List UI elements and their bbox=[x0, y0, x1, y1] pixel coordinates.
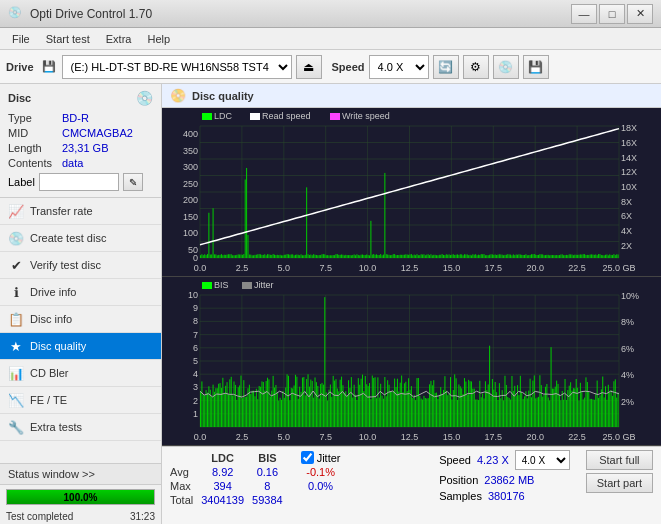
menu-file[interactable]: File bbox=[4, 31, 38, 47]
disc-quality-icon: ★ bbox=[8, 338, 24, 354]
nav-extra-tests-label: Extra tests bbox=[30, 421, 82, 433]
nav-disc-info-label: Disc info bbox=[30, 313, 72, 325]
disc-info-section: Disc 💿 Type BD-R MID CMCMAGBA2 Length 23… bbox=[0, 84, 161, 198]
max-row-label: Max bbox=[170, 479, 201, 493]
jitter-check-row: Jitter bbox=[301, 451, 341, 464]
top-chart-wrapper bbox=[162, 108, 661, 277]
nav-drive-info[interactable]: ℹ Drive info bbox=[0, 279, 161, 306]
menu-extra[interactable]: Extra bbox=[98, 31, 140, 47]
speed-label-stats: Speed bbox=[439, 454, 471, 466]
menu-help[interactable]: Help bbox=[139, 31, 178, 47]
nav-transfer-rate[interactable]: 📈 Transfer rate bbox=[0, 198, 161, 225]
speed-select-stats[interactable]: 4.0 X bbox=[515, 450, 570, 470]
avg-jitter: -0.1% bbox=[291, 465, 349, 479]
close-button[interactable]: ✕ bbox=[627, 4, 653, 24]
disc-contents-label: Contents bbox=[8, 157, 62, 169]
total-jitter bbox=[291, 493, 349, 507]
fe-te-icon: 📉 bbox=[8, 392, 24, 408]
top-chart bbox=[162, 108, 661, 276]
disc-mid-row: MID CMCMAGBA2 bbox=[8, 127, 153, 139]
avg-ldc: 8.92 bbox=[201, 465, 252, 479]
position-label: Position bbox=[439, 474, 478, 486]
disc-length-row: Length 23,31 GB bbox=[8, 142, 153, 154]
nav-disc-info[interactable]: 📋 Disc info bbox=[0, 306, 161, 333]
eject-button[interactable]: ⏏ bbox=[296, 55, 322, 79]
disc-label-text: Label bbox=[8, 176, 35, 188]
drive-icon: 💾 bbox=[42, 60, 56, 73]
bottom-chart-wrapper bbox=[162, 277, 661, 446]
disc-quality-title: Disc quality bbox=[192, 90, 254, 102]
nav-extra-tests[interactable]: 🔧 Extra tests bbox=[0, 414, 161, 441]
minimize-button[interactable]: — bbox=[571, 4, 597, 24]
nav-verify-test-disc[interactable]: ✔ Verify test disc bbox=[0, 252, 161, 279]
disc-type-label: Type bbox=[8, 112, 62, 124]
disc-length-label: Length bbox=[8, 142, 62, 154]
total-row-label: Total bbox=[170, 493, 201, 507]
create-test-disc-icon: 💿 bbox=[8, 230, 24, 246]
speed-value-stats: 4.23 X bbox=[477, 454, 509, 466]
status-completed-text: Test completed bbox=[6, 511, 73, 522]
disc-type-value: BD-R bbox=[62, 112, 89, 124]
max-bis: 8 bbox=[252, 479, 291, 493]
stats-table: LDC BIS Jitter Avg 8.92 0.16 bbox=[170, 450, 349, 507]
total-bis: 59384 bbox=[252, 493, 291, 507]
save-button[interactable]: 💾 bbox=[523, 55, 549, 79]
app-icon: 💿 bbox=[8, 6, 24, 22]
disc-length-value: 23,31 GB bbox=[62, 142, 108, 154]
nav-disc-quality-label: Disc quality bbox=[30, 340, 86, 352]
disc-quality-header-icon: 📀 bbox=[170, 88, 186, 103]
right-panel: 📀 Disc quality LDC BIS bbox=[162, 84, 661, 524]
stats-speed-row: Speed 4.23 X 4.0 X bbox=[439, 450, 570, 470]
samples-value: 380176 bbox=[488, 490, 525, 502]
jitter-checkbox[interactable] bbox=[301, 451, 314, 464]
bottom-chart bbox=[162, 277, 661, 445]
nav-list: 📈 Transfer rate 💿 Create test disc ✔ Ver… bbox=[0, 198, 161, 441]
disc-contents-row: Contents data bbox=[8, 157, 153, 169]
refresh-button[interactable]: 🔄 bbox=[433, 55, 459, 79]
drive-select[interactable]: (E:) HL-DT-ST BD-RE WH16NS58 TST4 bbox=[62, 55, 292, 79]
verify-test-disc-icon: ✔ bbox=[8, 257, 24, 273]
nav-create-test-disc[interactable]: 💿 Create test disc bbox=[0, 225, 161, 252]
max-ldc: 394 bbox=[201, 479, 252, 493]
nav-transfer-rate-label: Transfer rate bbox=[30, 205, 93, 217]
speed-select[interactable]: 4.0 X bbox=[369, 55, 429, 79]
cd-bler-icon: 📊 bbox=[8, 365, 24, 381]
nav-cd-bler[interactable]: 📊 CD Bler bbox=[0, 360, 161, 387]
titlebar: 💿 Opti Drive Control 1.70 — □ ✕ bbox=[0, 0, 661, 28]
ldc-col-header: LDC bbox=[201, 450, 252, 465]
nav-verify-test-disc-label: Verify test disc bbox=[30, 259, 101, 271]
bis-col-header: BIS bbox=[252, 450, 291, 465]
disc-label-edit-button[interactable]: ✎ bbox=[123, 173, 143, 191]
disc-mid-value: CMCMAGBA2 bbox=[62, 127, 133, 139]
status-window-button[interactable]: Status window >> bbox=[0, 464, 161, 485]
nav-disc-quality[interactable]: ★ Disc quality bbox=[0, 333, 161, 360]
progress-text: 100.0% bbox=[7, 490, 154, 504]
disc-header: Disc 💿 bbox=[8, 90, 153, 106]
total-ldc: 3404139 bbox=[201, 493, 252, 507]
samples-label: Samples bbox=[439, 490, 482, 502]
start-full-button[interactable]: Start full bbox=[586, 450, 653, 470]
left-panel: Disc 💿 Type BD-R MID CMCMAGBA2 Length 23… bbox=[0, 84, 162, 524]
nav-drive-info-label: Drive info bbox=[30, 286, 76, 298]
drive-info-icon: ℹ bbox=[8, 284, 24, 300]
start-part-button[interactable]: Start part bbox=[586, 473, 653, 493]
transfer-rate-icon: 📈 bbox=[8, 203, 24, 219]
window-controls: — □ ✕ bbox=[571, 4, 653, 24]
app-title: Opti Drive Control 1.70 bbox=[30, 7, 571, 21]
menu-start-test[interactable]: Start test bbox=[38, 31, 98, 47]
disc-label-input[interactable] bbox=[39, 173, 119, 191]
nav-fe-te-label: FE / TE bbox=[30, 394, 67, 406]
avg-bis: 0.16 bbox=[252, 465, 291, 479]
main-layout: Disc 💿 Type BD-R MID CMCMAGBA2 Length 23… bbox=[0, 84, 661, 524]
menubar: File Start test Extra Help bbox=[0, 28, 661, 50]
drive-label: Drive bbox=[6, 61, 34, 73]
disc-button[interactable]: 💿 bbox=[493, 55, 519, 79]
disc-quality-header: 📀 Disc quality bbox=[162, 84, 661, 108]
toolbar: Drive 💾 (E:) HL-DT-ST BD-RE WH16NS58 TST… bbox=[0, 50, 661, 84]
jitter-label: Jitter bbox=[317, 452, 341, 464]
disc-section-title: Disc bbox=[8, 92, 31, 104]
maximize-button[interactable]: □ bbox=[599, 4, 625, 24]
settings-button[interactable]: ⚙ bbox=[463, 55, 489, 79]
nav-fe-te[interactable]: 📉 FE / TE bbox=[0, 387, 161, 414]
nav-create-test-disc-label: Create test disc bbox=[30, 232, 106, 244]
